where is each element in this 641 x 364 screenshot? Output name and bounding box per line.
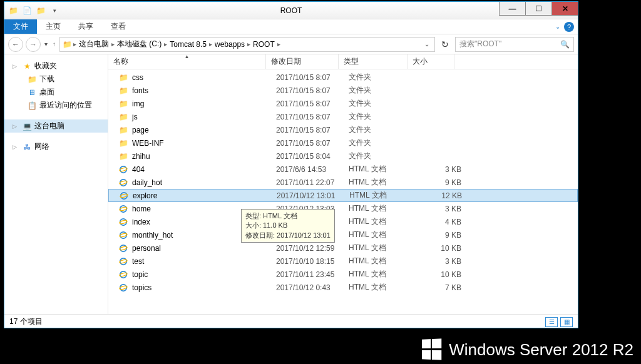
folder-icon: 📁 (27, 74, 37, 84)
close-button[interactable]: ✕ (551, 2, 578, 16)
forward-button[interactable]: → (26, 37, 41, 52)
crumb-drive[interactable]: 本地磁盘 (C:) (116, 39, 163, 49)
sidebar-network[interactable]: ▷🖧网络 (4, 140, 108, 153)
sidebar-downloads[interactable]: 📁下载 (4, 73, 108, 86)
crumb-thispc[interactable]: 这台电脑 (78, 39, 110, 49)
file-name: page (132, 126, 276, 134)
file-date: 2017/10/10 18:15 (276, 257, 349, 266)
file-row[interactable]: 📁WEB-INF2017/10/15 8:07文件夹 (108, 136, 578, 149)
file-date: 2017/10/15 8:07 (276, 139, 349, 148)
ribbon-expand-icon[interactable]: ⌄ (555, 23, 560, 30)
breadcrumb[interactable]: 📁 ▸ 这台电脑▸ 本地磁盘 (C:)▸ Tomcat 8.5▸ webapps… (59, 37, 435, 52)
crumb-webapps[interactable]: webapps (213, 40, 246, 49)
tab-home[interactable]: 主页 (37, 19, 69, 34)
qat-properties-icon[interactable]: 📄 (21, 4, 33, 17)
file-date: 2017/10/15 8:07 (276, 73, 349, 82)
search-placeholder: 搜索"ROOT" (459, 39, 501, 49)
explorer-window: 📁 📄 📁 ▾ ROOT — ☐ ✕ 文件 主页 共享 查看 ⌄ ? ← → ▾… (4, 1, 578, 328)
recent-icon: 📋 (27, 101, 37, 111)
file-name: test (132, 257, 276, 266)
maximize-button[interactable]: ☐ (525, 2, 551, 16)
sidebar-desktop[interactable]: 🖥桌面 (4, 86, 108, 99)
tab-share[interactable]: 共享 (69, 19, 102, 34)
desktop-icon: 🖥 (27, 88, 37, 98)
file-type: HTML 文档 (349, 164, 418, 174)
html-file-icon (118, 270, 128, 280)
file-size: 3 KB (418, 165, 461, 174)
view-icons-button[interactable]: ▦ (560, 317, 573, 327)
view-details-button[interactable]: ☰ (545, 317, 558, 327)
col-date[interactable]: 修改日期 (266, 54, 339, 69)
col-size[interactable]: 大小 (408, 54, 454, 69)
file-type: 文件夹 (349, 111, 418, 122)
window-title: ROOT (280, 6, 302, 15)
sidebar-thispc[interactable]: ▷💻这台电脑 (4, 119, 108, 133)
svg-point-6 (120, 205, 127, 212)
file-type: HTML 文档 (349, 177, 418, 188)
up-button[interactable]: ↑ (51, 41, 57, 48)
file-row[interactable]: daily_hot2017/10/11 22:07HTML 文档9 KB (108, 176, 578, 189)
file-row[interactable]: 📁fonts2017/10/15 8:07文件夹 (108, 84, 578, 97)
file-row[interactable]: 4042017/6/6 14:53HTML 文档3 KB (108, 163, 578, 176)
sidebar-recent[interactable]: 📋最近访问的位置 (4, 99, 108, 112)
file-date: 2017/10/15 8:07 (276, 126, 349, 134)
file-type: 文件夹 (349, 138, 418, 148)
file-row[interactable]: personal2017/10/12 12:59HTML 文档10 KB (108, 241, 578, 255)
column-headers: 名称▲ 修改日期 类型 大小 (108, 54, 578, 69)
file-row[interactable]: index2017/10/11 22:07HTML 文档4 KB (108, 215, 578, 228)
col-name[interactable]: 名称▲ (108, 54, 266, 69)
file-size: 3 KB (418, 257, 461, 266)
tab-view[interactable]: 查看 (102, 19, 135, 34)
html-file-icon (118, 178, 128, 188)
html-file-icon (118, 204, 128, 214)
file-row[interactable]: monthly_hot2017/10/11 22:07HTML 文档9 KB (108, 228, 578, 241)
file-date: 2017/10/15 8:07 (276, 113, 349, 121)
help-icon[interactable]: ? (564, 22, 574, 32)
recent-locations-icon[interactable]: ▾ (43, 41, 49, 48)
qat-dropdown-icon[interactable]: ▾ (48, 4, 61, 17)
folder-icon: 📁 (118, 112, 128, 122)
minimize-button[interactable]: — (499, 2, 525, 16)
html-file-icon (118, 256, 128, 266)
file-type: HTML 文档 (349, 230, 418, 240)
titlebar: 📁 📄 📁 ▾ ROOT — ☐ ✕ (4, 2, 578, 19)
file-name: daily_hot (132, 178, 276, 187)
crumb-root[interactable]: ROOT (252, 40, 276, 49)
chevron-icon: ▷ (9, 61, 19, 71)
file-row[interactable]: 📁js2017/10/15 8:07文件夹 (108, 110, 578, 123)
file-row[interactable]: home2017/10/12 13:03HTML 文档3 KB (108, 202, 578, 215)
file-row[interactable]: explore2017/10/12 13:01HTML 文档12 KB (108, 189, 578, 202)
file-row[interactable]: topic2017/10/11 23:45HTML 文档10 KB (108, 268, 578, 281)
file-row[interactable]: 📁page2017/10/15 8:07文件夹 (108, 123, 578, 136)
file-row[interactable]: 📁css2017/10/15 8:07文件夹 (108, 71, 578, 84)
sidebar-favorites[interactable]: ▷★收藏夹 (4, 59, 108, 73)
file-name: 404 (132, 165, 276, 174)
file-type: 文件夹 (349, 85, 418, 96)
col-type[interactable]: 类型 (339, 54, 408, 69)
svg-point-4 (121, 192, 128, 199)
file-row[interactable]: topics2017/10/12 0:43HTML 文档7 KB (108, 281, 578, 294)
refresh-button[interactable]: ↻ (438, 37, 453, 52)
file-row[interactable]: 📁img2017/10/15 8:07文件夹 (108, 97, 578, 110)
search-input[interactable]: 搜索"ROOT" 🔍 (455, 37, 574, 52)
html-file-icon (118, 230, 128, 240)
file-date: 2017/10/12 12:59 (276, 244, 349, 253)
back-button[interactable]: ← (8, 37, 23, 52)
folder-icon: 📁 (118, 73, 128, 83)
html-file-icon (118, 164, 128, 174)
folder-icon: 📁 (118, 151, 128, 161)
qat-newfolder-icon[interactable]: 📁 (34, 4, 47, 17)
svg-point-2 (120, 179, 127, 186)
file-row[interactable]: 📁zhihu2017/10/15 8:04文件夹 (108, 149, 578, 163)
pc-icon: 💻 (22, 121, 32, 131)
svg-point-10 (120, 231, 127, 238)
folder-icon: 📁 (118, 138, 128, 148)
file-name: img (132, 99, 276, 108)
file-row[interactable]: test2017/10/10 18:15HTML 文档3 KB (108, 255, 578, 268)
address-dropdown-icon[interactable]: ⌄ (422, 41, 432, 48)
folder-icon: 📁 (118, 99, 128, 109)
tab-file[interactable]: 文件 (4, 19, 37, 34)
crumb-tomcat[interactable]: Tomcat 8.5 (168, 40, 208, 49)
file-tooltip: 类型: HTML 文档 大小: 11.0 KB 修改日期: 2017/10/12… (241, 209, 335, 243)
file-name: js (132, 113, 276, 121)
